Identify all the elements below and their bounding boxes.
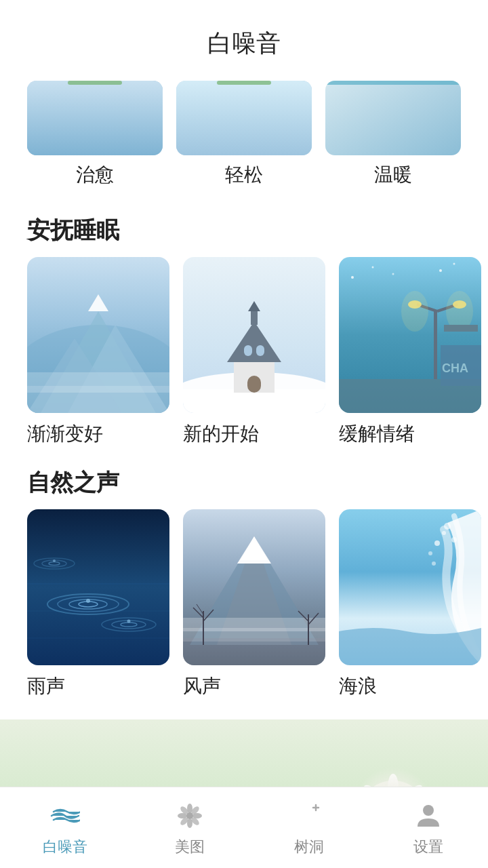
svg-point-37: [401, 291, 428, 332]
svg-rect-4: [325, 81, 461, 155]
svg-point-77: [444, 523, 451, 530]
card-yusheng-image: [27, 509, 169, 665]
svg-rect-3: [217, 81, 271, 85]
svg-rect-5: [325, 81, 461, 85]
card-jianjian[interactable]: 渐渐变好: [27, 257, 169, 447]
card-wennuan[interactable]: 温暖: [325, 81, 461, 188]
nav-item-baizaoyin[interactable]: 白噪音: [43, 799, 87, 857]
svg-rect-39: [444, 325, 478, 332]
svg-point-52: [86, 599, 90, 603]
page-title: 白噪音: [0, 0, 488, 74]
nav-item-shudong[interactable]: 树洞: [292, 799, 326, 857]
card-xinde[interactable]: 新的开始: [183, 257, 325, 447]
nav-label-baizaoyin: 白噪音: [43, 837, 87, 857]
card-jianjian-image: [27, 257, 169, 413]
card-huanjie-label: 缓解情绪: [339, 421, 481, 447]
card-huanjie-image: CHA: [339, 257, 481, 413]
main-content: 白噪音 治愈: [0, 0, 488, 868]
nav-label-shudong: 树洞: [294, 837, 324, 857]
card-zhiyu[interactable]: 治愈: [27, 81, 163, 188]
flower-icon: [173, 799, 207, 833]
card-qingsong-image: [176, 81, 312, 155]
nav-label-shezhi: 设置: [413, 837, 443, 857]
svg-rect-21: [256, 345, 264, 356]
card-wennuan-label: 温暖: [374, 162, 412, 188]
nav-label-meitu: 美图: [175, 837, 205, 857]
svg-text:CHA: CHA: [442, 361, 468, 375]
card-yusheng[interactable]: 雨声: [27, 509, 169, 699]
card-hailang-image: [339, 509, 481, 665]
card-xinde-label: 新的开始: [183, 421, 325, 447]
svg-rect-22: [251, 311, 258, 325]
card-fengsheng[interactable]: 风声: [183, 509, 325, 699]
svg-point-74: [434, 540, 440, 546]
svg-rect-19: [247, 376, 261, 393]
svg-rect-2: [176, 81, 312, 155]
section-sleep-title: 安抚睡眠: [0, 201, 488, 257]
card-jianjian-label: 渐渐变好: [27, 421, 169, 447]
svg-rect-65: [183, 638, 325, 665]
card-fengsheng-image: [183, 509, 325, 665]
card-wennuan-image: [325, 81, 461, 155]
svg-rect-13: [27, 386, 169, 413]
card-zhiyu-label: 治愈: [76, 162, 114, 188]
nav-item-meitu[interactable]: 美图: [173, 799, 207, 857]
svg-point-28: [439, 269, 442, 272]
card-zhiyu-image: [27, 81, 163, 155]
card-fengsheng-label: 风声: [183, 673, 325, 699]
top-category-scroll[interactable]: 治愈 轻松: [0, 81, 488, 201]
section-nature-title: 自然之声: [0, 454, 488, 509]
svg-point-27: [392, 273, 394, 275]
card-xinde-image: [183, 257, 325, 413]
svg-point-26: [372, 267, 374, 269]
card-qingsong-label: 轻松: [225, 162, 263, 188]
card-yusheng-label: 雨声: [27, 673, 169, 699]
svg-rect-16: [183, 389, 325, 413]
svg-rect-0: [27, 81, 163, 155]
card-hailang-label: 海浪: [339, 673, 481, 699]
nav-item-shezhi[interactable]: 设置: [411, 799, 445, 857]
svg-point-76: [428, 551, 432, 555]
bottom-nav: 白噪音 美图: [0, 787, 488, 868]
card-huanjie[interactable]: CHA 缓解情绪: [339, 257, 481, 447]
svg-point-25: [351, 276, 354, 279]
card-hailang[interactable]: 海浪: [339, 509, 481, 699]
moon-plus-icon: [292, 799, 326, 833]
svg-point-75: [442, 531, 446, 535]
svg-rect-20: [244, 345, 252, 356]
sleep-section-row[interactable]: 渐渐变好: [0, 257, 488, 454]
person-icon: [411, 799, 445, 833]
svg-point-79: [451, 537, 457, 542]
svg-point-54: [53, 559, 56, 562]
svg-point-53: [127, 620, 131, 623]
svg-point-102: [423, 805, 434, 816]
svg-rect-41: [27, 509, 169, 665]
svg-rect-31: [434, 311, 437, 379]
svg-point-29: [453, 263, 455, 265]
svg-point-78: [432, 561, 436, 566]
svg-rect-1: [68, 81, 122, 85]
card-qingsong[interactable]: 轻松: [176, 81, 312, 188]
nature-section-row[interactable]: 雨声: [0, 509, 488, 706]
wind-icon: [48, 799, 82, 833]
